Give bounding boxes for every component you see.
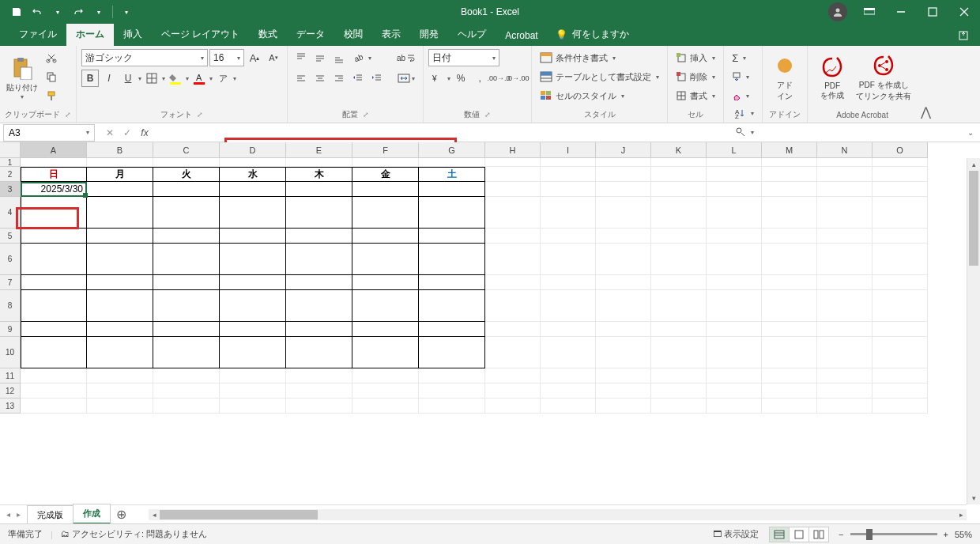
cell-G11[interactable] [419, 368, 485, 383]
row-header-10[interactable]: 10 [0, 337, 21, 368]
cell-A7[interactable] [21, 275, 87, 290]
accounting-dropdown[interactable]: ▾ [447, 75, 450, 82]
cell-M9[interactable] [762, 322, 817, 337]
cell-H4[interactable] [485, 197, 541, 229]
row-header-4[interactable]: 4 [0, 197, 21, 229]
cell-L13[interactable] [707, 399, 762, 414]
cell-E11[interactable] [286, 368, 352, 383]
cell-styles-button[interactable]: セルのスタイル▾ [537, 87, 628, 104]
fx-icon[interactable]: fx [138, 127, 152, 138]
col-header-E[interactable]: E [286, 142, 352, 158]
cell-N8[interactable] [817, 290, 873, 322]
decrease-indent-icon[interactable] [349, 70, 367, 87]
col-header-D[interactable]: D [220, 142, 286, 158]
cell-N6[interactable] [817, 244, 873, 275]
cell-G7[interactable] [419, 275, 485, 290]
row-header-8[interactable]: 8 [0, 290, 21, 322]
col-header-G[interactable]: G [419, 142, 485, 158]
cell-E4[interactable] [286, 197, 352, 229]
sheet-next-icon[interactable]: ▸ [17, 510, 21, 519]
cell-C5[interactable] [153, 229, 220, 244]
row-header-9[interactable]: 9 [0, 322, 21, 337]
orientation-dropdown[interactable]: ▾ [368, 55, 371, 62]
cell-H1[interactable] [485, 158, 541, 167]
col-header-L[interactable]: L [707, 142, 762, 158]
cell-A8[interactable] [21, 290, 87, 322]
scroll-down-icon[interactable]: ▾ [967, 492, 980, 504]
cell-L1[interactable] [707, 158, 762, 167]
cell-K13[interactable] [651, 399, 707, 414]
cell-J5[interactable] [596, 229, 651, 244]
zoom-out-button[interactable]: − [839, 530, 843, 539]
tab-home[interactable]: ホーム [66, 23, 114, 46]
copy-button[interactable] [43, 68, 60, 85]
row-header-6[interactable]: 6 [0, 244, 21, 275]
row-header-12[interactable]: 12 [0, 383, 21, 399]
cell-B2[interactable]: 月 [87, 167, 153, 182]
maximize-button[interactable] [917, 0, 948, 24]
cell-C12[interactable] [153, 383, 220, 399]
cell-O8[interactable] [873, 290, 928, 322]
cell-L9[interactable] [707, 322, 762, 337]
percent-format-icon[interactable]: % [452, 70, 469, 87]
cell-E13[interactable] [286, 399, 352, 414]
cell-N3[interactable] [817, 182, 873, 197]
format-cells-button[interactable]: 書式▾ [673, 87, 718, 104]
autosum-button[interactable]: Σ▾ [729, 49, 749, 66]
cell-H2[interactable] [485, 167, 541, 182]
save-icon[interactable] [8, 3, 25, 21]
cell-A5[interactable] [21, 229, 87, 244]
tab-data[interactable]: データ [287, 23, 334, 46]
share-button[interactable] [947, 25, 980, 46]
tab-file[interactable]: ファイル [9, 23, 66, 46]
format-table-button[interactable]: テーブルとして書式設定▾ [537, 68, 662, 85]
cell-C4[interactable] [153, 197, 220, 229]
phonetic-dropdown[interactable]: ▾ [233, 75, 236, 82]
cell-K3[interactable] [651, 182, 707, 197]
cell-J9[interactable] [596, 322, 651, 337]
cell-K4[interactable] [651, 197, 707, 229]
cell-E1[interactable] [286, 158, 352, 167]
cell-K2[interactable] [651, 167, 707, 182]
cell-G4[interactable] [419, 197, 485, 229]
cell-O2[interactable] [873, 167, 928, 182]
underline-dropdown[interactable]: ▾ [138, 75, 141, 82]
normal-view-button[interactable] [769, 527, 790, 542]
fill-color-button[interactable] [167, 70, 184, 87]
align-middle-icon[interactable] [311, 49, 329, 66]
cell-O9[interactable] [873, 322, 928, 337]
cell-N11[interactable] [817, 368, 873, 383]
cell-A4[interactable] [21, 197, 87, 229]
tell-me-search[interactable]: 💡 何をしますか [548, 23, 637, 46]
cell-A3[interactable]: 2025/3/30 [21, 182, 87, 197]
cell-I13[interactable] [541, 399, 596, 414]
cell-H12[interactable] [485, 383, 541, 399]
cell-N5[interactable] [817, 229, 873, 244]
cell-O10[interactable] [873, 337, 928, 368]
zoom-slider[interactable] [850, 533, 937, 535]
cell-A9[interactable] [21, 322, 87, 337]
cell-M10[interactable] [762, 337, 817, 368]
cell-B3[interactable] [87, 182, 153, 197]
cell-L12[interactable] [707, 383, 762, 399]
cell-I11[interactable] [541, 368, 596, 383]
cell-I7[interactable] [541, 275, 596, 290]
cell-D2[interactable]: 水 [220, 167, 286, 182]
col-header-O[interactable]: O [873, 142, 928, 158]
cell-H7[interactable] [485, 275, 541, 290]
ribbon-options-icon[interactable] [854, 0, 885, 24]
bold-button[interactable]: B [81, 70, 99, 87]
align-top-icon[interactable] [292, 49, 310, 66]
collapse-ribbon-icon[interactable]: ⋀ [917, 46, 934, 123]
cell-L10[interactable] [707, 337, 762, 368]
border-dropdown[interactable]: ▾ [162, 75, 165, 82]
cell-B1[interactable] [87, 158, 153, 167]
cell-G10[interactable] [419, 337, 485, 368]
cancel-formula-icon[interactable]: ✕ [103, 127, 117, 138]
cell-H3[interactable] [485, 182, 541, 197]
cell-O13[interactable] [873, 399, 928, 414]
cell-E5[interactable] [286, 229, 352, 244]
tab-review[interactable]: 校閲 [334, 23, 372, 46]
minimize-button[interactable] [885, 0, 917, 24]
cell-K11[interactable] [651, 368, 707, 383]
